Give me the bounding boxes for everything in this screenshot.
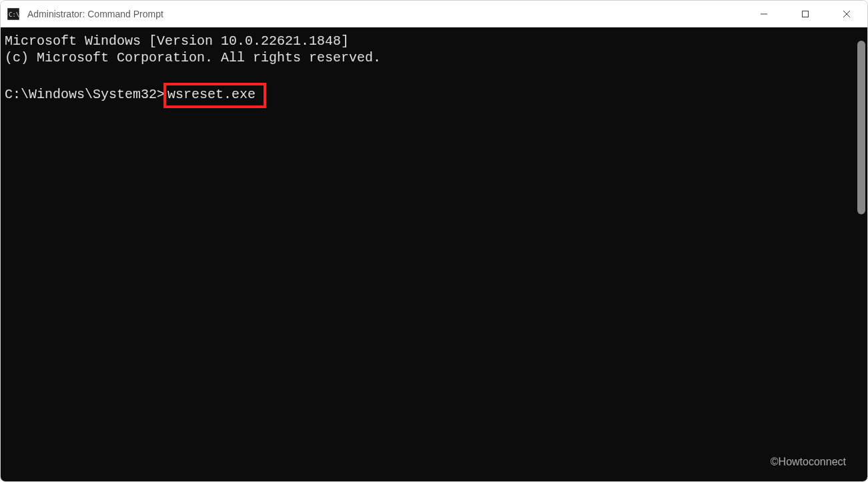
terminal-output-line-1: Microsoft Windows [Version 10.0.22621.18… [5, 33, 863, 49]
terminal[interactable]: Microsoft Windows [Version 10.0.22621.18… [1, 27, 867, 482]
terminal-output-line-2: (c) Microsoft Corporation. All rights re… [5, 49, 863, 66]
svg-rect-3 [803, 11, 809, 17]
vertical-scrollbar[interactable] [857, 41, 865, 214]
minimize-button[interactable] [743, 1, 785, 27]
watermark-text: ©Howtoconnect [771, 456, 846, 468]
terminal-prompt: C:\Windows\System32> [5, 87, 165, 102]
svg-text:C:\: C:\ [9, 11, 19, 18]
titlebar[interactable]: C:\ Administrator: Command Prompt [1, 1, 867, 27]
window-title: Administrator: Command Prompt [27, 9, 743, 19]
close-button[interactable] [826, 1, 867, 27]
cmd-icon: C:\ [7, 8, 19, 20]
command-highlight: wsreset.exe [163, 83, 266, 108]
window-controls [743, 1, 867, 27]
window-frame: C:\ Administrator: Command Prompt Micros… [0, 0, 868, 482]
terminal-command: wsreset.exe [167, 87, 256, 102]
terminal-prompt-line: C:\Windows\System32>wsreset.exe [5, 83, 863, 108]
maximize-button[interactable] [785, 1, 826, 27]
